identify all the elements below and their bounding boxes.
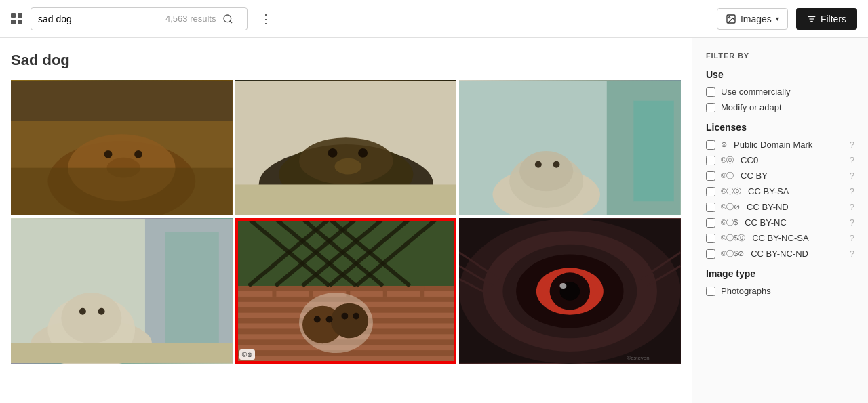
ccbyncnd-label[interactable]: CC BY-NC-ND [751,249,844,259]
image-item[interactable] [11,218,233,364]
svg-rect-23 [235,184,457,215]
ccbynd-label[interactable]: CC BY-ND [747,202,844,212]
page-title: Sad dog [11,51,681,69]
license-cc0-option: ©⓪ CC0 ? [706,155,854,165]
ccbysa-label[interactable]: CC BY-SA [748,186,844,196]
license-ccby-option: ©ⓘ CC BY ? [706,171,854,181]
svg-point-39 [98,308,105,315]
svg-point-22 [334,158,361,175]
cc-badge: ©⊛ [239,349,255,360]
svg-point-70 [341,313,348,320]
svg-rect-52 [309,286,313,297]
ccbyncsa-icons: ©ⓘ$⓪ [721,233,745,243]
svg-point-69 [326,316,332,323]
image-item[interactable] [459,80,681,215]
image-thumbnail [11,218,233,364]
ccbysa-checkbox[interactable] [706,187,715,196]
ccbyncnd-icons: ©ⓘ$⊘ [721,249,744,259]
svg-point-21 [358,148,368,158]
svg-point-0 [224,15,231,22]
image-item[interactable] [11,80,233,215]
license-ccbynd-option: ©ⓘ⊘ CC BY-ND ? [706,202,854,212]
svg-line-1 [231,21,233,23]
logo-dot [11,13,16,18]
pdm-checkbox[interactable] [706,140,715,150]
image-thumbnail [11,80,233,215]
ccbyncsa-help-icon[interactable]: ? [850,233,854,243]
licenses-section-label: Licenses [706,122,854,133]
cc0-checkbox[interactable] [706,156,715,165]
ccbyncsa-checkbox[interactable] [706,234,715,243]
svg-point-12 [134,150,142,158]
header: 4,563 results ⋮ Images ▾ Filters [0,0,868,38]
ccby-label[interactable]: CC BY [741,171,844,181]
image-grid: ©⊛ [11,80,681,364]
image-type-section-label: Image type [706,268,854,279]
modify-adapt-label[interactable]: Modify or adapt [721,102,854,112]
svg-rect-51 [272,286,276,297]
ccbyncnd-help-icon[interactable]: ? [850,249,854,259]
search-input[interactable] [38,14,160,24]
images-label: Images [741,14,772,24]
logo-dot [11,20,16,24]
search-button[interactable] [221,12,235,26]
svg-point-11 [104,150,113,158]
ccbyncsa-label[interactable]: CC BY-NC-SA [752,233,844,243]
svg-point-30 [535,161,542,168]
svg-point-67 [330,303,368,338]
image-icon [726,14,736,24]
svg-rect-34 [165,232,219,349]
ccbynd-help-icon[interactable]: ? [850,202,854,212]
ccbync-checkbox[interactable] [706,218,715,228]
image-item[interactable]: ©csteven [459,218,681,364]
more-options-button[interactable]: ⋮ [256,9,276,29]
svg-point-29 [519,151,573,191]
svg-rect-14 [11,168,233,215]
search-container: 4,563 results [31,7,248,30]
ccbyncnd-checkbox[interactable] [706,249,715,259]
cc0-help-icon[interactable]: ? [850,155,854,165]
svg-text:©csteven: ©csteven [627,355,650,361]
chevron-down-icon: ▾ [776,15,779,22]
use-commercially-label[interactable]: Use commercially [721,87,854,97]
svg-point-31 [553,161,560,168]
svg-rect-55 [420,286,424,297]
license-ccbyncsa-option: ©ⓘ$⓪ CC BY-NC-SA ? [706,233,854,243]
image-item-selected[interactable]: ©⊛ [235,218,457,364]
ccbync-label[interactable]: CC BY-NC [745,217,844,228]
ccby-help-icon[interactable]: ? [850,171,854,181]
image-thumbnail [459,80,681,215]
cc-icons: ©⊛ [242,351,252,358]
content-area: Sad dog [0,38,692,403]
photographs-checkbox[interactable] [706,287,715,296]
ccbysa-help-icon[interactable]: ? [850,186,854,196]
modify-adapt-checkbox[interactable] [706,103,715,112]
filters-button[interactable]: Filters [796,8,857,30]
main-layout: Sad dog [0,38,868,403]
svg-point-80 [560,283,567,289]
svg-point-20 [328,148,337,158]
use-commercially-checkbox[interactable] [706,87,715,97]
filter-by-heading: FILTER BY [706,51,854,60]
ccbync-icons: ©ⓘ$ [721,217,738,228]
image-thumbnail: ©csteven [459,218,681,364]
ccby-checkbox[interactable] [706,171,715,181]
ccbync-help-icon[interactable]: ? [850,217,854,228]
pdm-icons: ⊛ [721,140,727,149]
svg-rect-40 [11,343,233,363]
image-item[interactable] [235,80,457,215]
images-dropdown-button[interactable]: Images ▾ [717,8,788,30]
pdm-label[interactable]: Public Domain Mark [734,140,844,150]
svg-point-71 [353,313,359,320]
image-thumbnail [235,218,457,364]
logo-button[interactable] [11,13,22,24]
svg-point-38 [79,308,86,315]
ccbynd-checkbox[interactable] [706,203,715,212]
photographs-label[interactable]: Photographs [721,286,854,296]
filter-sidebar: FILTER BY Use Use commercially Modify or… [692,38,868,403]
cc0-label[interactable]: CC0 [741,155,844,165]
photographs-option: Photographs [706,286,854,296]
logo-dot [18,13,22,18]
pdm-help-icon[interactable]: ? [850,140,854,150]
use-commercially-option: Use commercially [706,87,854,97]
